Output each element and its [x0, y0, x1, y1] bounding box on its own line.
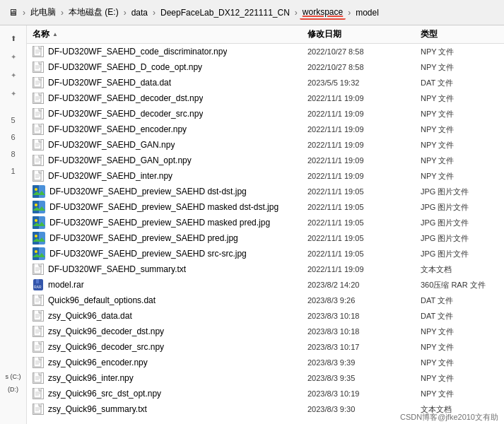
- left-panel: ⬆ ✦ ✦ ✦ 5 6 8 1 s (C:) (D:): [0, 25, 27, 424]
- rar-icon: RAR: [33, 279, 44, 290]
- file-name: DF-UD320WF_SAEHD_preview_SAEHD masked ds…: [49, 202, 279, 212]
- file-name: zsy_Quick96_decoder_dst.npy: [48, 326, 164, 336]
- jpg-icon: [33, 185, 45, 198]
- table-row[interactable]: Quick96_default_options.dat 2023/8/3 9:2…: [27, 293, 504, 308]
- file-name-cell: RAR model.rar: [33, 279, 307, 290]
- file-date: 2022/11/1 19:05: [307, 249, 421, 258]
- file-name-cell: Quick96_default_options.dat: [33, 295, 307, 306]
- table-row[interactable]: zsy_Quick96_decoder_src.npy 2023/8/3 10:…: [27, 339, 504, 355]
- file-name: DF-UD320WF_SAEHD_preview_SAEHD pred.jpg: [49, 233, 238, 243]
- npy-icon: [33, 124, 44, 135]
- sort-arrow-icon: ▲: [52, 31, 58, 37]
- content-area: 名称 ▲ 修改日期 类型 DF-UD320WF_SAEHD_code_dis: [27, 25, 504, 424]
- table-row[interactable]: DF-UD320WF_SAEHD_preview_SAEHD src-src.j…: [27, 246, 504, 261]
- file-date: 2022/11/1 19:05: [307, 187, 421, 196]
- breadcrumb-drive[interactable]: 本地磁盘 (E:): [66, 5, 122, 20]
- file-list[interactable]: DF-UD320WF_SAEHD_code_discriminator.npy …: [27, 44, 504, 424]
- file-date: 2022/11/1 19:05: [307, 234, 421, 242]
- c-drive-label: s (C:): [6, 370, 21, 383]
- table-row[interactable]: zsy_Quick96_src_dst_opt.npy 2023/8/3 10:…: [27, 386, 504, 401]
- nav-pin-2[interactable]: ✦: [4, 68, 23, 82]
- table-row[interactable]: DF-UD320WF_SAEHD_preview_SAEHD pred.jpg …: [27, 230, 504, 246]
- file-type: NPY 文件: [421, 155, 498, 166]
- file-type: DAT 文件: [421, 78, 498, 88]
- file-type: NPY 文件: [421, 373, 498, 384]
- file-type: JPG 图片文件: [421, 202, 498, 213]
- breadcrumb-workspace[interactable]: workspace: [300, 6, 346, 20]
- file-date: 2022/11/1 19:09: [307, 172, 421, 180]
- file-name-cell: zsy_Quick96_data.dat: [33, 310, 307, 322]
- npy-icon: [33, 357, 44, 368]
- file-name: DF-UD320WF_SAEHD_preview_SAEHD masked pr…: [49, 218, 270, 228]
- col-date-header[interactable]: 修改日期: [307, 28, 421, 40]
- breadcrumb-thispc[interactable]: 此电脑: [28, 5, 59, 20]
- table-row[interactable]: DF-UD320WF_SAEHD_decoder_dst.npy 2022/11…: [27, 90, 504, 106]
- nav-pin-3[interactable]: ✦: [4, 86, 23, 100]
- file-name-cell: DF-UD320WF_SAEHD_code_discriminator.npy: [33, 46, 307, 57]
- table-row[interactable]: DF-UD320WF_SAEHD_encoder.npy 2022/11/1 1…: [27, 122, 504, 137]
- breadcrumb-deepface[interactable]: DeepFaceLab_DX12_221111_CN: [158, 6, 293, 19]
- table-row[interactable]: DF-UD320WF_SAEHD_preview_SAEHD masked ds…: [27, 199, 504, 215]
- svg-rect-49: [33, 232, 39, 245]
- table-row[interactable]: zsy_Quick96_decoder_dst.npy 2023/8/3 10:…: [27, 324, 504, 339]
- file-name: zsy_Quick96_encoder.npy: [48, 358, 148, 367]
- file-name-cell: DF-UD320WF_SAEHD_preview_SAEHD pred.jpg: [33, 232, 307, 245]
- file-type: NPY 文件: [421, 140, 498, 151]
- table-row[interactable]: RAR model.rar 2023/8/2 14:20 360压缩 RAR 文…: [27, 277, 504, 293]
- file-type: JPG 图片文件: [421, 233, 498, 244]
- jpg-icon: [33, 232, 45, 245]
- table-row[interactable]: DF-UD320WF_SAEHD_GAN.npy 2022/11/1 19:09…: [27, 137, 504, 153]
- file-name: zsy_Quick96_data.dat: [48, 311, 132, 321]
- file-name-cell: zsy_Quick96_src_dst_opt.npy: [33, 388, 307, 399]
- file-type: NPY 文件: [421, 93, 498, 104]
- table-row[interactable]: DF-UD320WF_SAEHD_D_code_opt.npy 2022/10/…: [27, 59, 504, 75]
- file-name-cell: DF-UD320WF_SAEHD_inter.npy: [33, 170, 307, 182]
- sep-5: ›: [294, 8, 298, 18]
- file-name: DF-UD320WF_SAEHD_preview_SAEHD src-src.j…: [49, 249, 247, 259]
- npy-icon: [33, 388, 44, 399]
- table-row[interactable]: DF-UD320WF_SAEHD_inter.npy 2022/11/1 19:…: [27, 168, 504, 184]
- svg-point-42: [35, 204, 37, 206]
- svg-rect-41: [33, 201, 39, 213]
- table-row[interactable]: DF-UD320WF_SAEHD_decoder_src.npy 2022/11…: [27, 106, 504, 122]
- npy-icon: [33, 170, 44, 182]
- file-date: 2023/8/3 10:18: [307, 312, 421, 320]
- sep-3: ›: [123, 8, 127, 18]
- nav-arrow-up[interactable]: ⬆: [4, 31, 23, 45]
- file-name-cell: DF-UD320WF_SAEHD_D_code_opt.npy: [33, 61, 307, 73]
- breadcrumb-data[interactable]: data: [129, 6, 151, 19]
- file-type: NPY 文件: [421, 358, 498, 368]
- file-date: 2022/11/1 19:05: [307, 218, 421, 227]
- file-name: zsy_Quick96_decoder_src.npy: [48, 342, 164, 352]
- table-row[interactable]: DF-UD320WF_SAEHD_summary.txt 2022/11/1 1…: [27, 261, 504, 277]
- file-type: DAT 文件: [421, 295, 498, 306]
- table-row[interactable]: DF-UD320WF_SAEHD_preview_SAEHD dst-dst.j…: [27, 184, 504, 199]
- txt-icon: [33, 404, 44, 415]
- npy-icon: [33, 93, 44, 104]
- col-name-header[interactable]: 名称 ▲: [33, 28, 307, 40]
- sep-1: ›: [22, 8, 26, 18]
- file-date: 2022/10/27 8:58: [307, 47, 421, 56]
- col-type-header[interactable]: 类型: [421, 28, 498, 40]
- jpg-icon: [33, 247, 45, 260]
- file-name: DF-UD320WF_SAEHD_encoder.npy: [48, 124, 187, 134]
- breadcrumb-computer[interactable]: 🖥: [6, 6, 20, 19]
- table-row[interactable]: DF-UD320WF_SAEHD_code_discriminator.npy …: [27, 44, 504, 59]
- table-row[interactable]: zsy_Quick96_encoder.npy 2023/8/3 9:39 NP…: [27, 355, 504, 370]
- table-row[interactable]: zsy_Quick96_inter.npy 2023/8/3 9:35 NPY …: [27, 370, 504, 386]
- file-name: DF-UD320WF_SAEHD_D_code_opt.npy: [48, 62, 202, 72]
- nav-pin-1[interactable]: ✦: [4, 49, 23, 64]
- file-name-cell: zsy_Quick96_encoder.npy: [33, 357, 307, 368]
- sep-4: ›: [152, 8, 156, 18]
- file-type: 文本文档: [421, 264, 498, 275]
- table-row[interactable]: DF-UD320WF_SAEHD_GAN_opt.npy 2022/11/1 1…: [27, 153, 504, 168]
- npy-icon: [33, 372, 44, 384]
- file-type: DAT 文件: [421, 311, 498, 322]
- npy-icon: [33, 108, 44, 119]
- table-row[interactable]: zsy_Quick96_data.dat 2023/8/3 10:18 DAT …: [27, 308, 504, 324]
- table-row[interactable]: DF-UD320WF_SAEHD_data.dat 2023/5/5 19:32…: [27, 75, 504, 90]
- table-row[interactable]: DF-UD320WF_SAEHD_preview_SAEHD masked pr…: [27, 215, 504, 230]
- file-date: 2022/11/1 19:05: [307, 203, 421, 211]
- breadcrumb-model[interactable]: model: [353, 6, 382, 19]
- main-layout: ⬆ ✦ ✦ ✦ 5 6 8 1 s (C:) (D:) 名称 ▲ 修改日期: [0, 25, 504, 424]
